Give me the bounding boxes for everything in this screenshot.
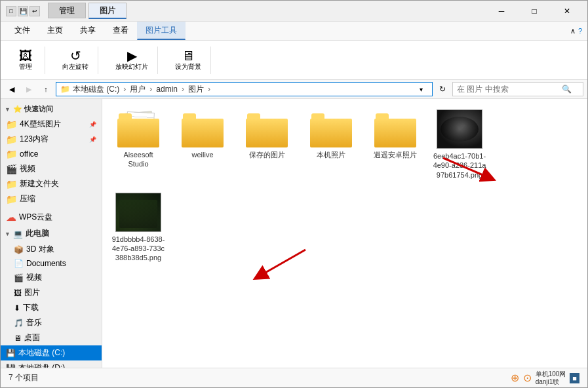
sidebar-item-desktop[interactable]: 🖥 桌面	[1, 330, 102, 345]
content-wrapper: AiseesoftStudio weilive	[102, 99, 587, 368]
folder-local-photos[interactable]: 本机照片	[302, 106, 361, 184]
sidebar-item-compress[interactable]: 📁 压缩	[1, 191, 102, 206]
sidebar-item-documents[interactable]: 📄 Documents	[1, 257, 102, 270]
title-tab-inactive[interactable]: 管理	[48, 5, 86, 16]
back-button[interactable]: ◀	[5, 82, 19, 96]
ribbon-content: 🖼 管理 ↺ 向左旋转 ▶ 放映幻灯片 🖥 设为背景	[1, 41, 587, 80]
up-button[interactable]: ↑	[39, 82, 53, 96]
breadcrumb-admin[interactable]: admin	[156, 85, 178, 94]
file-91db-label: 91dbbbb4-8638-4e76-a893-733c388b38d5.png	[111, 235, 165, 263]
cube-icon: 📦	[14, 245, 24, 254]
sidebar: ▼ ⭐ 快速访问 📁 4K壁纸图片 📌 📁 123内容 📌 📁 office 🎬…	[1, 99, 102, 368]
search-box: 🔍	[452, 82, 583, 96]
folder-local-photos-label: 本机照片	[317, 150, 345, 159]
folder-icon: 📁	[6, 134, 17, 145]
sidebar-item-newfolder[interactable]: 📁 新建文件夹	[1, 176, 102, 191]
folder-icon: 📁	[6, 149, 17, 159]
sidebar-item-wps[interactable]: ☁ WPS云盘	[1, 209, 102, 225]
tab-picture-tools[interactable]: 图片工具	[137, 22, 186, 40]
sidebar-item-video-quick[interactable]: 🎬 视频	[1, 161, 102, 176]
drive-icon: 💾	[6, 349, 16, 358]
folder-icon: 📁	[6, 179, 17, 189]
file-6eeb-label: 6eeb4ac1-70b1-4e90-a236-211a97b61754.png	[433, 151, 486, 180]
search-icon[interactable]: 🔍	[562, 85, 572, 94]
breadcrumb-users[interactable]: 用户	[130, 84, 146, 95]
tab-file[interactable]: 文件	[6, 22, 39, 40]
sidebar-item-office[interactable]: 📁 office	[1, 147, 102, 161]
refresh-button[interactable]: ↻	[435, 82, 450, 96]
ribbon-btn-rotate-left[interactable]: ↺ 向左旋转	[58, 48, 92, 73]
tray-icon-2: ⊙	[523, 372, 532, 384]
tray-shortcut-btn[interactable]: ■	[570, 373, 579, 383]
sidebar-quick-access-label: ▼ ⭐ 快速访问	[1, 102, 102, 117]
sidebar-item-music[interactable]: 🎵 音乐	[1, 315, 102, 330]
close-button[interactable]: ✕	[552, 1, 582, 22]
folder-aiseesoft-label: AiseesoftStudio	[123, 150, 153, 169]
ribbon-btn-setbg[interactable]: 🖥 设为背景	[171, 48, 205, 73]
music-icon: 🎵	[14, 319, 24, 328]
file-grid-row2: 91dbbbb4-8638-4e76-a893-733c388b38d5.png	[109, 189, 581, 267]
folder-android-photos[interactable]: 逍遥安卓照片	[366, 106, 425, 184]
pin-icon: 📌	[89, 136, 96, 143]
folder-icon: 📁	[6, 119, 17, 130]
ribbon-group-set: 🖥 设为背景	[166, 47, 211, 74]
ribbon-collapse-icon[interactable]: ∧	[570, 27, 576, 35]
sidebar-item-drive-d[interactable]: 💾 本地磁盘 (D:)	[1, 360, 102, 368]
title-tab-active[interactable]: 图片	[88, 5, 127, 16]
tab-home[interactable]: 主页	[39, 22, 71, 40]
folder-aiseesoft[interactable]: AiseesoftStudio	[109, 106, 168, 184]
ribbon-group-manage: 🖼 管理	[6, 47, 45, 74]
sidebar-item-download[interactable]: ⬇ 下载	[1, 300, 102, 315]
picture-icon: 🖼	[14, 288, 22, 298]
file-91db[interactable]: 91dbbbb4-8638-4e76-a893-733c388b38d5.png	[109, 189, 168, 267]
folder-icon: 📁	[6, 194, 17, 204]
file-grid: AiseesoftStudio weilive	[109, 106, 581, 184]
breadcrumb-root[interactable]: 本地磁盘 (C:)	[73, 84, 119, 95]
window-icon-undo[interactable]: ↩	[29, 6, 40, 16]
help-icon[interactable]: ?	[578, 27, 582, 35]
window-icon-box: □	[6, 6, 16, 16]
ribbon-btn-slideshow[interactable]: ▶ 放映幻灯片	[111, 48, 152, 73]
tab-view[interactable]: 查看	[104, 22, 137, 40]
sidebar-item-pictures[interactable]: 🖼 图片	[1, 285, 102, 300]
ribbon-tabs: 文件 主页 共享 查看 图片工具 ∧ ?	[1, 22, 587, 41]
address-bar: ◀ ▶ ↑ 📁 本地磁盘 (C:) › 用户 › admin › 图片 › ▾ …	[1, 80, 587, 99]
video-icon: 🎬	[6, 164, 17, 174]
video-icon: 🎬	[14, 273, 24, 282]
sidebar-item-3d[interactable]: 📦 3D 对象	[1, 242, 102, 257]
pin-icon: 📌	[89, 121, 96, 128]
sidebar-item-drive-c[interactable]: 💾 本地磁盘 (C:)	[1, 345, 102, 360]
search-input[interactable]	[457, 85, 562, 94]
address-dropdown-icon[interactable]: ▾	[414, 82, 428, 96]
file-6eeb[interactable]: 6eeb4ac1-70b1-4e90-a236-211a97b61754.png	[430, 106, 489, 184]
tab-share[interactable]: 共享	[71, 22, 104, 40]
ribbon-group-picture: ↺ 向左旋转	[53, 47, 98, 74]
sidebar-item-123[interactable]: 📁 123内容 📌	[1, 132, 102, 147]
ribbon-btn-manage[interactable]: 🖼 管理	[15, 48, 36, 73]
address-box[interactable]: 📁 本地磁盘 (C:) › 用户 › admin › 图片 › ▾	[56, 82, 433, 96]
tray-area: ⊕ ⊙ 单机100网 danji1联 ■	[511, 370, 579, 386]
content-area: AiseesoftStudio weilive	[102, 99, 587, 273]
sidebar-thispc-label[interactable]: ▼ 💻 此电脑	[1, 225, 102, 242]
sidebar-item-4k[interactable]: 📁 4K壁纸图片 📌	[1, 117, 102, 132]
folder-weilive-label: weilive	[191, 150, 213, 159]
thumbnail-91db	[115, 193, 161, 232]
wps-cloud-icon: ☁	[6, 211, 16, 223]
folder-android-photos-label: 逍遥安卓照片	[374, 150, 417, 159]
doc-icon: 📄	[14, 259, 24, 268]
download-icon: ⬇	[14, 303, 20, 313]
desktop-icon: 🖥	[14, 334, 22, 343]
sidebar-item-video[interactable]: 🎬 视频	[1, 270, 102, 285]
item-count: 7 个项目	[9, 372, 39, 383]
breadcrumb-pictures[interactable]: 图片	[188, 84, 204, 95]
folder-weilive[interactable]: weilive	[173, 106, 232, 184]
title-bar: □ 💾 ↩ 管理 图片 ─ □ ✕	[1, 1, 587, 22]
ribbon-group-slide: ▶ 放映幻灯片	[106, 47, 158, 74]
maximize-button[interactable]: □	[519, 1, 549, 22]
minimize-button[interactable]: ─	[486, 1, 517, 22]
forward-button[interactable]: ▶	[22, 82, 36, 96]
tray-icon-1: ⊕	[511, 372, 519, 384]
tray-label: 单机100网 danji1联	[536, 370, 566, 386]
folder-saved-pics[interactable]: 保存的图片	[237, 106, 296, 184]
window-icon-save[interactable]: 💾	[18, 6, 28, 16]
